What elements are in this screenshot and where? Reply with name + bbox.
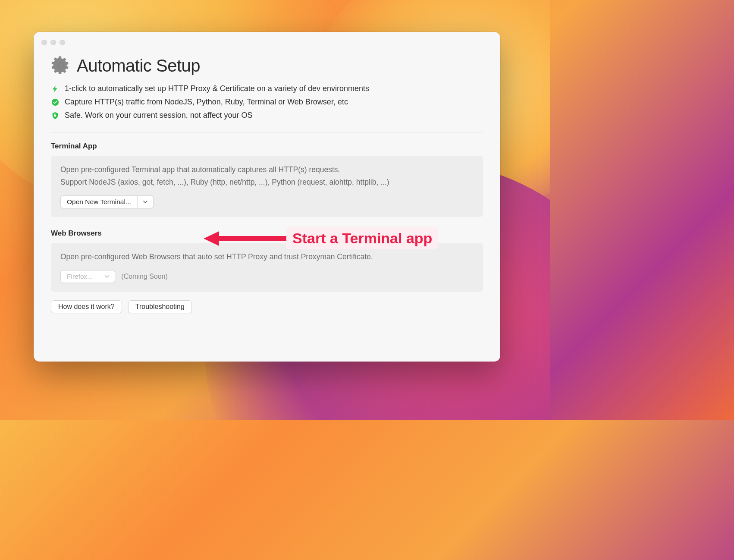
chevron-down-icon [138,196,153,208]
desc-line: Support NodeJS (axios, got, fetch, ...),… [60,178,389,186]
browsers-section-card: Open pre-configured Web Browsers that au… [51,243,483,292]
open-terminal-dropdown[interactable]: Open New Terminal... [60,195,154,208]
shield-lock-icon [51,111,60,120]
troubleshooting-button[interactable]: Troubleshooting [128,300,192,313]
feature-item: 1-click to automatically set up HTTP Pro… [51,84,483,93]
feature-text: Safe. Work on your current session, not … [65,111,253,120]
setup-window: Automatic Setup 1-click to automatically… [34,32,500,362]
how-does-it-work-button[interactable]: How does it work? [51,300,122,313]
gear-icon [51,56,71,76]
page-title: Automatic Setup [77,56,200,76]
feature-text: 1-click to automatically set up HTTP Pro… [65,84,369,93]
terminal-section-desc: Open pre-configured Terminal app that au… [60,164,474,189]
feature-item: Capture HTTP(s) traffic from NodeJS, Pyt… [51,98,483,107]
checkmark-circle-icon [51,98,60,107]
minimize-window-button[interactable] [50,40,56,45]
title-row: Automatic Setup [51,56,483,76]
svg-point-0 [52,98,59,105]
close-window-button[interactable] [41,40,47,45]
feature-text: Capture HTTP(s) traffic from NodeJS, Pyt… [65,98,348,107]
coming-soon-label: (Coming Soon) [121,273,168,280]
feature-list: 1-click to automatically set up HTTP Pro… [51,84,483,120]
open-browser-dropdown: Firefox... [60,270,115,283]
chevron-down-icon [99,271,115,283]
zoom-window-button[interactable] [60,40,65,45]
terminal-section-card: Open pre-configured Terminal app that au… [51,156,483,217]
desc-line: Open pre-configured Terminal app that au… [60,165,340,174]
open-terminal-label: Open New Terminal... [61,196,138,208]
open-browser-label: Firefox... [61,271,99,283]
divider [51,132,483,132]
browsers-section-desc: Open pre-configured Web Browsers that au… [60,251,474,263]
browsers-section-label: Web Browsers [51,229,483,238]
terminal-section-label: Terminal App [51,142,483,151]
window-traffic-lights [34,40,500,45]
bolt-icon [51,85,60,93]
svg-rect-1 [54,115,56,116]
footer-buttons: How does it work? Troubleshooting [51,300,483,313]
feature-item: Safe. Work on your current session, not … [51,111,483,120]
